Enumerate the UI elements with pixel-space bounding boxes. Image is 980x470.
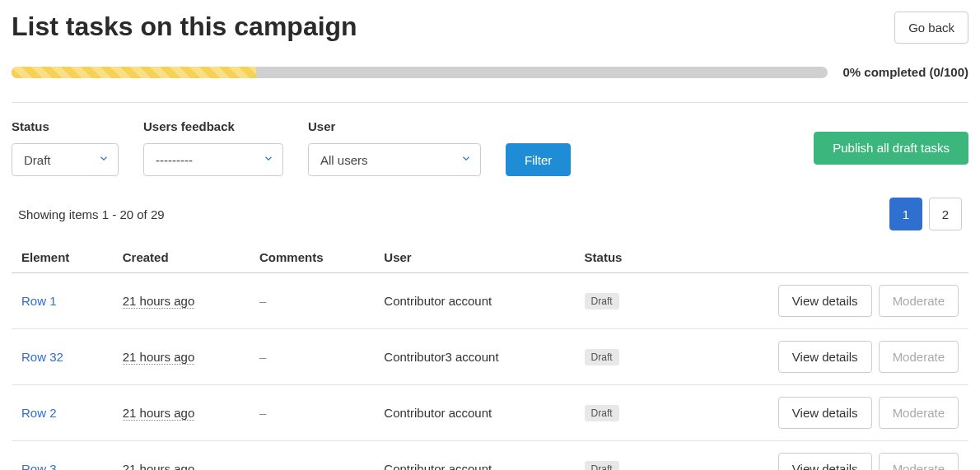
chevron-down-icon (460, 153, 472, 167)
feedback-select[interactable]: --------- (143, 143, 283, 176)
view-details-button[interactable]: View details (778, 397, 872, 429)
element-link[interactable]: Row 32 (21, 350, 63, 364)
col-status: Status (575, 242, 660, 273)
page-button-2[interactable]: 2 (929, 198, 962, 230)
feedback-filter-label: Users feedback (143, 119, 283, 133)
feedback-select-value: --------- (156, 153, 193, 167)
col-created: Created (113, 242, 250, 273)
page-title: List tasks on this campaign (12, 12, 357, 42)
pagination: 12 (889, 198, 962, 230)
user-filter-label: User (308, 119, 481, 133)
chevron-down-icon (263, 153, 274, 167)
user-cell: Contributor account (374, 273, 574, 329)
moderate-button[interactable]: Moderate (879, 453, 959, 470)
status-badge: Draft (585, 461, 619, 471)
comments-dash: – (259, 350, 266, 364)
user-select-value: All users (320, 153, 368, 167)
view-details-button[interactable]: View details (778, 285, 872, 317)
created-label: 21 hours ago (123, 294, 195, 309)
table-row: Row 121 hours ago–Contributor accountDra… (12, 273, 968, 329)
comments-dash: – (259, 294, 266, 308)
progress-stripes (12, 67, 256, 78)
table-row: Row 321 hours ago–Contributor accountDra… (12, 441, 968, 471)
col-element: Element (12, 242, 113, 273)
user-cell: Contributor3 account (374, 329, 574, 385)
go-back-button[interactable]: Go back (894, 12, 968, 44)
status-select-value: Draft (24, 153, 51, 167)
user-cell: Contributor account (374, 441, 574, 471)
tasks-table: Element Created Comments User Status Row… (12, 242, 968, 470)
publish-all-button[interactable]: Publish all draft tasks (814, 132, 968, 165)
created-label: 21 hours ago (123, 462, 195, 470)
view-details-button[interactable]: View details (778, 341, 872, 373)
moderate-button[interactable]: Moderate (879, 285, 959, 317)
user-cell: Contributor account (374, 385, 574, 441)
page-button-1[interactable]: 1 (889, 198, 922, 230)
showing-items: Showing items 1 - 20 of 29 (18, 207, 165, 221)
progress-label: 0% completed (0/100) (842, 65, 968, 79)
col-comments: Comments (250, 242, 374, 273)
user-select[interactable]: All users (308, 143, 481, 176)
status-select[interactable]: Draft (12, 143, 119, 176)
element-link[interactable]: Row 1 (21, 294, 57, 308)
comments-dash: – (259, 406, 266, 420)
progress-bar (12, 67, 828, 78)
created-label: 21 hours ago (123, 350, 195, 365)
table-row: Row 3221 hours ago–Contributor3 accountD… (12, 329, 968, 385)
divider (12, 102, 968, 103)
col-user: User (374, 242, 574, 273)
moderate-button[interactable]: Moderate (879, 397, 959, 429)
chevron-down-icon (98, 153, 110, 167)
created-label: 21 hours ago (123, 406, 195, 421)
comments-dash: – (259, 462, 266, 470)
status-badge: Draft (585, 405, 619, 421)
view-details-button[interactable]: View details (778, 453, 872, 470)
status-badge: Draft (585, 293, 619, 309)
status-filter-label: Status (12, 119, 119, 133)
progress-fill (12, 67, 256, 78)
element-link[interactable]: Row 3 (21, 462, 57, 470)
status-badge: Draft (585, 349, 619, 365)
moderate-button[interactable]: Moderate (879, 341, 959, 373)
filter-button[interactable]: Filter (506, 143, 571, 176)
element-link[interactable]: Row 2 (21, 406, 57, 420)
col-actions (660, 242, 968, 273)
table-row: Row 221 hours ago–Contributor accountDra… (12, 385, 968, 441)
